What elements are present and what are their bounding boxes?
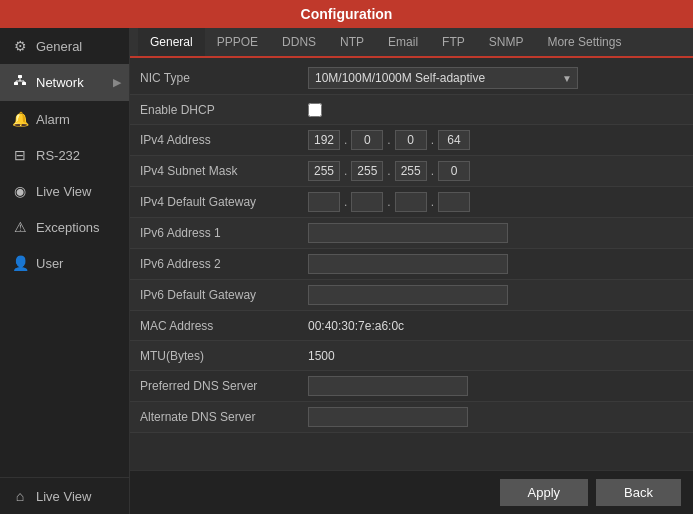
ipv6-address2-input[interactable] [308,254,508,274]
nic-type-row: NIC Type 10M/100M/1000M Self-adaptive ▼ [130,62,693,95]
chevron-right-icon: ▶ [113,76,121,89]
alternate-dns-label: Alternate DNS Server [130,405,300,429]
ipv6-address2-row: IPv6 Address 2 [130,249,693,280]
ipv6-gateway-row: IPv6 Default Gateway [130,280,693,311]
ipv4-address-value: . . . [300,125,693,155]
tab-more-settings[interactable]: More Settings [535,28,633,56]
mac-address-row: MAC Address 00:40:30:7e:a6:0c [130,311,693,341]
ipv4-gateway-row: IPv4 Default Gateway . . . [130,187,693,218]
gateway-octet1[interactable] [308,192,340,212]
ipv4-subnet-label: IPv4 Subnet Mask [130,159,300,183]
sidebar-item-alarm[interactable]: 🔔 Alarm [0,101,129,137]
rs232-icon: ⊟ [12,147,28,163]
svg-rect-1 [14,82,18,85]
subnet-octet3[interactable] [395,161,427,181]
tab-snmp[interactable]: SNMP [477,28,536,56]
dot8: . [387,195,390,209]
subnet-octet1[interactable] [308,161,340,181]
gateway-octet2[interactable] [351,192,383,212]
gateway-octet3[interactable] [395,192,427,212]
subnet-octet2[interactable] [351,161,383,181]
network-icon [12,74,28,91]
ipv6-address1-value [300,218,693,248]
tab-pppoe[interactable]: PPPOE [205,28,270,56]
preferred-dns-label: Preferred DNS Server [130,374,300,398]
tab-ftp[interactable]: FTP [430,28,477,56]
tab-ntp[interactable]: NTP [328,28,376,56]
dot4: . [344,164,347,178]
sidebar-bottom-label: Live View [36,489,91,504]
sidebar-bottom: ⌂ Live View [0,477,129,514]
sidebar-item-exceptions[interactable]: ⚠ Exceptions [0,209,129,245]
gateway-octet4[interactable] [438,192,470,212]
preferred-dns-value [300,371,693,401]
ipv4-octet2[interactable] [351,130,383,150]
alternate-dns-value [300,402,693,432]
nic-type-label: NIC Type [130,66,300,90]
ipv6-address2-value [300,249,693,279]
sidebar-item-label: RS-232 [36,148,80,163]
sidebar-item-label: Exceptions [36,220,100,235]
enable-dhcp-label: Enable DHCP [130,98,300,122]
sidebar-item-label: Network [36,75,84,90]
dot9: . [431,195,434,209]
home-icon: ⌂ [12,488,28,504]
ipv4-octet1[interactable] [308,130,340,150]
sidebar-item-label: General [36,39,82,54]
mac-address-label: MAC Address [130,314,300,338]
dot1: . [344,133,347,147]
sidebar-item-network[interactable]: Network ▶ [0,64,129,101]
page-title: Configuration [301,6,393,22]
sidebar-item-label: Live View [36,184,91,199]
content-area: General PPPOE DDNS NTP Email FTP SNMP Mo… [130,28,693,514]
sidebar-item-liveview[interactable]: ◉ Live View [0,173,129,209]
ipv4-subnet-row: IPv4 Subnet Mask . . . [130,156,693,187]
svg-rect-0 [18,75,22,78]
sidebar-item-label: Alarm [36,112,70,127]
ipv6-address1-input[interactable] [308,223,508,243]
ipv6-address1-label: IPv6 Address 1 [130,221,300,245]
ipv6-gateway-value [300,280,693,310]
preferred-dns-input[interactable] [308,376,468,396]
nic-type-value: 10M/100M/1000M Self-adaptive ▼ [300,62,693,94]
nic-type-select[interactable]: 10M/100M/1000M Self-adaptive [308,67,578,89]
ipv4-octet4[interactable] [438,130,470,150]
dot2: . [387,133,390,147]
tab-ddns[interactable]: DDNS [270,28,328,56]
user-icon: 👤 [12,255,28,271]
ipv4-subnet-value: . . . [300,156,693,186]
tab-email[interactable]: Email [376,28,430,56]
sidebar-item-rs232[interactable]: ⊟ RS-232 [0,137,129,173]
general-icon: ⚙ [12,38,28,54]
nic-type-select-wrapper: 10M/100M/1000M Self-adaptive ▼ [308,67,578,89]
alternate-dns-row: Alternate DNS Server [130,402,693,433]
mtu-text: 1500 [308,349,335,363]
mac-address-value: 00:40:30:7e:a6:0c [300,314,693,338]
enable-dhcp-checkbox[interactable] [308,103,322,117]
dot7: . [344,195,347,209]
alternate-dns-input[interactable] [308,407,468,427]
sidebar-item-liveview-bottom[interactable]: ⌂ Live View [0,478,129,514]
enable-dhcp-row: Enable DHCP [130,95,693,125]
sidebar-item-user[interactable]: 👤 User [0,245,129,281]
ipv6-gateway-label: IPv6 Default Gateway [130,283,300,307]
mtu-label: MTU(Bytes) [130,344,300,368]
sidebar-item-general[interactable]: ⚙ General [0,28,129,64]
back-button[interactable]: Back [596,479,681,506]
preferred-dns-row: Preferred DNS Server [130,371,693,402]
tab-bar: General PPPOE DDNS NTP Email FTP SNMP Mo… [130,28,693,58]
apply-button[interactable]: Apply [500,479,589,506]
sidebar: ⚙ General Network ▶ 🔔 Alarm [0,28,130,514]
ipv6-address1-row: IPv6 Address 1 [130,218,693,249]
dot5: . [387,164,390,178]
svg-rect-2 [22,82,26,85]
dot3: . [431,133,434,147]
ipv4-gateway-value: . . . [300,187,693,217]
ipv4-octet3[interactable] [395,130,427,150]
tab-general[interactable]: General [138,28,205,58]
ipv4-address-label: IPv4 Address [130,128,300,152]
ipv4-address-row: IPv4 Address . . . [130,125,693,156]
liveview-icon: ◉ [12,183,28,199]
subnet-octet4[interactable] [438,161,470,181]
ipv6-gateway-input[interactable] [308,285,508,305]
